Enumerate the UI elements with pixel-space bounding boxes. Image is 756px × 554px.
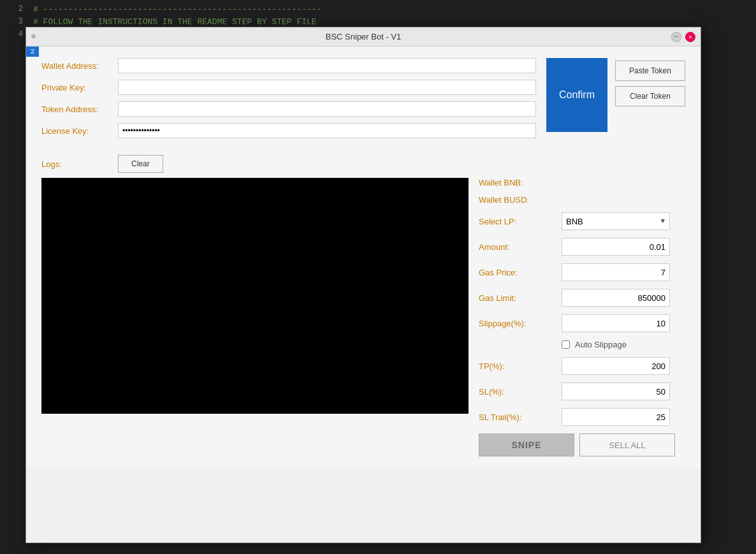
confirm-token-area: Confirm Paste Token Clear Token: [546, 58, 685, 145]
sl-input[interactable]: [562, 383, 670, 400]
slippage-row: Slippage(%):: [479, 314, 675, 332]
wallet-address-label: Wallet Address:: [41, 61, 118, 71]
line-number-4: 4: [5, 30, 23, 39]
wallet-address-row: Wallet Address:: [41, 58, 536, 73]
wallet-busd-label: Wallet BUSD:: [479, 195, 562, 205]
gas-price-row: Gas Price:: [479, 263, 675, 281]
token-address-row: Token Address:: [41, 101, 536, 117]
wallet-busd-row: Wallet BUSD:: [479, 195, 675, 205]
token-buttons: Paste Token Clear Token: [615, 58, 685, 106]
wallet-address-input[interactable]: [118, 58, 536, 73]
window-title: BSC Sniper Bot - V1: [326, 32, 402, 41]
gas-limit-row: Gas Limit:: [479, 289, 675, 307]
sl-trail-input[interactable]: [562, 408, 670, 426]
tp-row: TP(%):: [479, 357, 675, 375]
close-button[interactable]: ✕: [685, 32, 695, 42]
line-indicator: 2: [26, 47, 39, 57]
token-address-input[interactable]: [118, 101, 536, 117]
license-key-row: License Key:: [41, 123, 536, 138]
snipe-button[interactable]: SNIPE: [479, 434, 574, 456]
title-bar-controls: — ✕: [671, 32, 695, 42]
main-layout: Wallet BNB: Wallet BUSD: Select LP: BNB …: [41, 178, 685, 456]
private-key-input[interactable]: [118, 80, 536, 95]
auto-slippage-checkbox[interactable]: [562, 340, 570, 349]
private-key-row: Private Key:: [41, 80, 536, 95]
form-fields: Wallet Address: Private Key: Token Addre…: [41, 58, 536, 145]
clear-button[interactable]: Clear: [118, 155, 163, 173]
confirm-button[interactable]: Confirm: [546, 58, 607, 132]
top-form-section: Wallet Address: Private Key: Token Addre…: [41, 58, 685, 145]
license-key-input[interactable]: [118, 123, 536, 138]
auto-slippage-row: Auto Slippage: [479, 340, 675, 349]
sell-all-button[interactable]: SELL ALL: [579, 434, 675, 456]
minimize-button[interactable]: —: [671, 32, 681, 42]
sl-trail-label: SL Trail(%):: [479, 412, 562, 422]
clear-token-button[interactable]: Clear Token: [615, 86, 685, 106]
modal-content: Wallet Address: Private Key: Token Addre…: [26, 47, 701, 468]
select-lp-label: Select LP:: [479, 217, 562, 226]
right-panel: Wallet BNB: Wallet BUSD: Select LP: BNB …: [469, 178, 685, 456]
line-number-2: 2: [5, 4, 23, 13]
gas-price-label: Gas Price:: [479, 268, 562, 277]
code-text-3: # FOLLOW THE INSTRUCTIONS IN THE README …: [33, 17, 317, 27]
auto-slippage-label: Auto Slippage: [575, 340, 627, 349]
code-text-2: # --------------------------------------…: [33, 4, 321, 14]
title-bar-left: ⊙: [31, 32, 36, 41]
title-bar: ⊙ BSC Sniper Bot - V1 — ✕: [26, 27, 701, 47]
wallet-bnb-label: Wallet BNB:: [479, 178, 562, 187]
amount-label: Amount:: [479, 242, 562, 252]
tp-input[interactable]: [562, 357, 670, 375]
gas-limit-label: Gas Limit:: [479, 293, 562, 303]
gas-limit-input[interactable]: [562, 289, 670, 307]
tp-label: TP(%):: [479, 361, 562, 371]
logs-header: Logs: Clear: [41, 155, 685, 173]
amount-input[interactable]: [562, 238, 670, 256]
wifi-icon: ⊙: [31, 32, 36, 41]
token-address-label: Token Address:: [41, 105, 118, 114]
license-key-label: License Key:: [41, 126, 118, 136]
select-lp-wrapper: BNB BUSD ▼: [562, 212, 670, 230]
amount-row: Amount:: [479, 238, 675, 256]
slippage-label: Slippage(%):: [479, 319, 562, 328]
logs-label: Logs:: [41, 159, 118, 169]
paste-token-button[interactable]: Paste Token: [615, 61, 685, 81]
gas-price-input[interactable]: [562, 263, 670, 281]
sl-row: SL(%):: [479, 383, 675, 400]
private-key-label: Private Key:: [41, 83, 118, 92]
sl-trail-row: SL Trail(%):: [479, 408, 675, 426]
modal-window: ⊙ BSC Sniper Bot - V1 — ✕ 2 Wallet Addre…: [25, 27, 701, 543]
logs-textarea[interactable]: [41, 178, 469, 414]
wallet-bnb-row: Wallet BNB:: [479, 178, 675, 187]
bottom-buttons: SNIPE SELL ALL: [479, 434, 675, 456]
line-number-3: 3: [5, 17, 23, 26]
select-lp-row: Select LP: BNB BUSD ▼: [479, 212, 675, 230]
sl-label: SL(%):: [479, 387, 562, 397]
slippage-input[interactable]: [562, 314, 670, 332]
select-lp-dropdown[interactable]: BNB BUSD: [562, 212, 670, 230]
